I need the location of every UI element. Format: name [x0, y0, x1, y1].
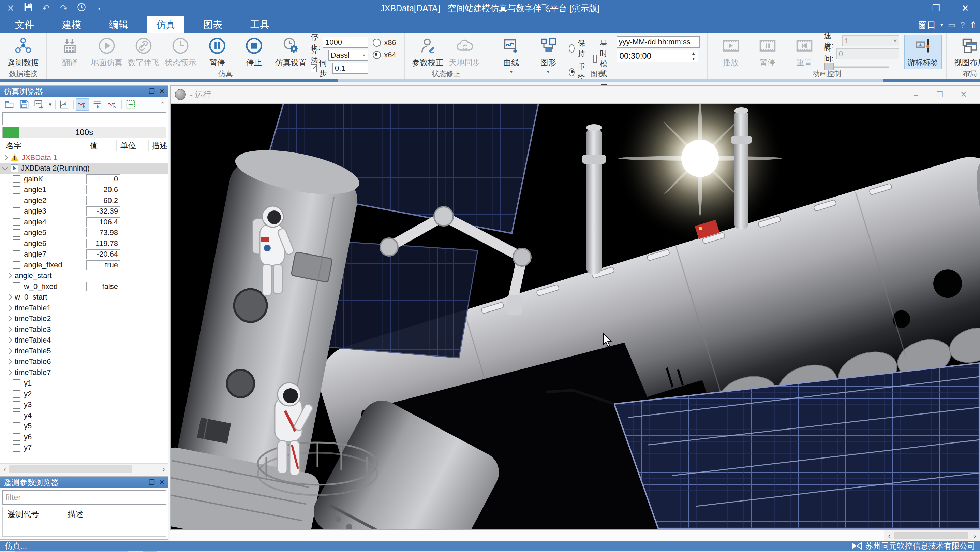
- row-checkbox[interactable]: [13, 390, 21, 398]
- scroll-right-icon[interactable]: ›: [159, 465, 168, 473]
- time-input[interactable]: [837, 48, 899, 59]
- row-value[interactable]: -119.78: [86, 239, 120, 248]
- row-checkbox[interactable]: [13, 229, 21, 237]
- viewer-titlebar[interactable]: - 运行 – ☐ ✕: [171, 86, 980, 104]
- tree-row[interactable]: timeTable2: [0, 314, 168, 324]
- expander-icon[interactable]: [6, 337, 12, 343]
- open-result-icon[interactable]: [3, 99, 15, 110]
- tree-row[interactable]: angle7-20.64: [0, 249, 168, 260]
- tree-row[interactable]: timeTable1: [0, 303, 168, 314]
- tree-row[interactable]: angle1-20.6: [0, 185, 168, 196]
- tree-horizontal-scrollbar[interactable]: ‹ ›: [0, 463, 168, 475]
- curve-list-icon[interactable]: [91, 99, 103, 110]
- tree-row[interactable]: angle5-73.98: [0, 228, 168, 238]
- chevron-down-icon[interactable]: ▼: [48, 102, 52, 107]
- viewer-horizontal-scrollbar[interactable]: ‹ ›: [884, 530, 980, 541]
- speed-select[interactable]: 1˅: [842, 35, 899, 46]
- star-time-checkbox[interactable]: [593, 54, 597, 63]
- hold-radio[interactable]: [569, 45, 574, 53]
- x86-radio[interactable]: [373, 38, 381, 47]
- tree-row[interactable]: y5: [0, 421, 168, 432]
- row-checkbox[interactable]: [13, 282, 21, 290]
- sky-ground-sync-button[interactable]: 天地同步: [446, 35, 483, 69]
- close-panel-icon[interactable]: ✕: [159, 478, 165, 487]
- tree-row[interactable]: !JXBData 1: [0, 152, 168, 163]
- tree-row[interactable]: angle_fixedtrue: [0, 260, 168, 271]
- expander-icon[interactable]: [6, 370, 12, 375]
- sim-browser-search-input[interactable]: [2, 112, 166, 125]
- expander-icon[interactable]: [6, 316, 12, 322]
- scrollbar-thumb[interactable]: [9, 465, 132, 473]
- row-checkbox[interactable]: [13, 186, 21, 194]
- collapse-toolbar-icon[interactable]: ⌃: [159, 100, 165, 108]
- duration-spinner[interactable]: 00:30:00 ▲▼: [617, 50, 698, 62]
- pause-button[interactable]: 暂停: [199, 35, 235, 69]
- tree-row[interactable]: timeTable5: [0, 346, 168, 356]
- expander-icon[interactable]: [6, 273, 12, 279]
- menu-modeling[interactable]: 建模: [53, 16, 90, 34]
- scroll-right-icon[interactable]: ›: [970, 532, 980, 540]
- expander-icon[interactable]: [2, 155, 8, 160]
- curve-cursor-icon[interactable]: [107, 99, 119, 110]
- tree-row[interactable]: angle3-32.39: [0, 206, 168, 217]
- state-preview-button[interactable]: 状态预示: [162, 35, 199, 69]
- row-checkbox[interactable]: [13, 433, 21, 441]
- row-value[interactable]: -60.2: [86, 196, 120, 205]
- row-value[interactable]: -73.98: [86, 228, 120, 238]
- stop-button[interactable]: 停止: [235, 35, 272, 69]
- tree-row[interactable]: y1: [0, 378, 168, 389]
- row-checkbox[interactable]: [13, 250, 21, 258]
- float-panel-icon[interactable]: ❐: [149, 87, 155, 96]
- tree-row[interactable]: angle2-60.2: [0, 195, 168, 206]
- help-icon[interactable]: ?: [961, 20, 965, 30]
- menu-tools[interactable]: 工具: [242, 16, 278, 34]
- tree-row[interactable]: y2: [0, 389, 168, 399]
- cursor-label-button[interactable]: 游标标签: [905, 35, 942, 69]
- row-checkbox[interactable]: [13, 422, 21, 430]
- row-value[interactable]: false: [86, 282, 120, 291]
- row-checkbox[interactable]: [13, 175, 21, 183]
- menu-chart[interactable]: 图表: [194, 16, 231, 34]
- tree-row[interactable]: timeTable4: [0, 335, 168, 346]
- param-calibration-button[interactable]: 参数校正: [409, 35, 446, 69]
- row-value[interactable]: true: [86, 260, 120, 270]
- row-value[interactable]: -32.39: [86, 206, 120, 216]
- row-value[interactable]: 106.4: [86, 217, 120, 227]
- scrollbar-thumb[interactable]: [894, 532, 968, 539]
- digital-fly-button[interactable]: 数字伴飞: [125, 35, 162, 69]
- tree-row[interactable]: y4: [0, 410, 168, 421]
- row-checkbox[interactable]: [13, 401, 21, 409]
- tree-row[interactable]: y6: [0, 432, 168, 442]
- scroll-left-icon[interactable]: ‹: [0, 465, 9, 473]
- row-checkbox[interactable]: [13, 207, 21, 215]
- tree-row[interactable]: y3: [0, 399, 168, 410]
- tree-row[interactable]: timeTable3: [0, 324, 168, 335]
- anim-play-button[interactable]: 播放: [712, 35, 749, 69]
- viewer-close-button[interactable]: ✕: [952, 90, 975, 99]
- export-curve-icon[interactable]: [33, 99, 45, 110]
- curve-button[interactable]: 曲线 ▾: [493, 35, 530, 74]
- remove-region-icon[interactable]: [124, 99, 137, 110]
- float-panel-icon[interactable]: ❐: [149, 478, 155, 487]
- stop-time-input[interactable]: [323, 37, 368, 48]
- anim-reset-button[interactable]: 重置: [786, 35, 823, 69]
- tree-row[interactable]: w_0_fixedfalse: [0, 281, 168, 292]
- row-value[interactable]: -20.6: [86, 185, 120, 195]
- x64-radio[interactable]: [373, 51, 381, 59]
- collapse-ribbon-icon[interactable]: ⇑: [970, 20, 977, 30]
- save-result-icon[interactable]: [18, 99, 30, 110]
- expander-icon[interactable]: [6, 348, 12, 354]
- restore-button[interactable]: ❐: [921, 0, 951, 16]
- row-checkbox[interactable]: [13, 239, 21, 247]
- menu-simulation[interactable]: 仿真: [147, 16, 184, 34]
- plot-marker-icon[interactable]: [58, 99, 71, 110]
- expander-icon[interactable]: [6, 327, 12, 332]
- row-checkbox[interactable]: [13, 261, 21, 269]
- window-menu[interactable]: 窗口: [918, 19, 935, 31]
- tree-row[interactable]: y7: [0, 442, 168, 453]
- viewer-maximize-button[interactable]: ☐: [928, 90, 952, 99]
- tree-row[interactable]: angle4106.4: [0, 217, 168, 228]
- view-layout-button[interactable]: 视图布局 ▾: [951, 35, 980, 74]
- tree-row[interactable]: w_0_start: [0, 292, 168, 303]
- 3d-viewport[interactable]: [171, 104, 980, 529]
